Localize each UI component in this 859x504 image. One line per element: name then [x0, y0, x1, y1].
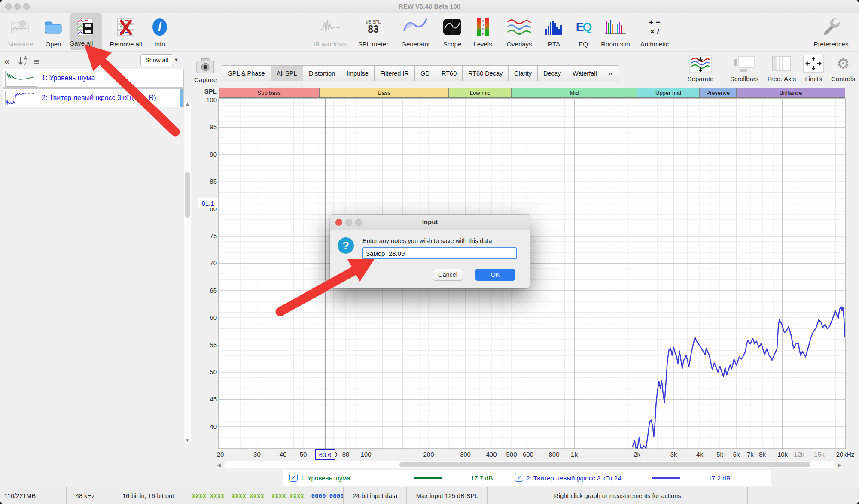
status-section-4: XXXX XXXX XXXX XXXX XXXX XXXX 0000 0000	[192, 487, 344, 504]
legend-checkbox-1[interactable]: ✓	[289, 474, 298, 482]
y-tick-45: 45	[198, 395, 217, 403]
spl-cursor-readout: 81.1	[198, 198, 218, 208]
y-tick-95: 95	[198, 123, 217, 131]
scroll-left-icon[interactable]: ◀	[217, 462, 221, 468]
y-tick-65: 65	[198, 287, 217, 294]
x-tick-100: 100	[360, 451, 371, 458]
x-tick-6k: 6k	[733, 451, 740, 458]
y-tick-100: 100	[198, 96, 217, 103]
legend-bar: ✓ 1: Уровень шума 17.7 dB ✓ 2: Твитер ле…	[283, 470, 771, 486]
tab-distortion[interactable]: Distortion	[303, 65, 341, 81]
status-bar: 110/221MB48 kHz16-bit in, 16-bit outXXXX…	[0, 487, 859, 504]
tab-waterfall[interactable]: Waterfall	[567, 65, 603, 81]
band-mid: Mid	[512, 88, 637, 98]
x-tick-12k: 12k	[794, 451, 804, 458]
dialog-title: Input	[330, 218, 530, 225]
x-tick-400: 400	[486, 451, 497, 458]
legend-line-sample-2	[652, 477, 680, 479]
legend-label-2: 2: Твитер левый (кросс 3 кГц 24	[526, 470, 621, 486]
x-tick-800: 800	[548, 451, 559, 458]
tab--[interactable]: »	[603, 65, 618, 81]
tab-all-spl[interactable]: All SPL	[271, 65, 303, 81]
y-tick-40: 40	[198, 423, 217, 430]
y-tick-50: 50	[198, 368, 217, 376]
band-bass: Bass	[320, 88, 449, 98]
scroll-right-icon[interactable]: ▶	[838, 462, 841, 468]
status-section-1: 110/221MB	[0, 487, 67, 504]
x-tick-3k: 3k	[670, 451, 677, 458]
y-tick-75: 75	[198, 232, 217, 240]
tab-filtered-ir[interactable]: Filtered IR	[374, 65, 415, 81]
tab-impulse[interactable]: Impulse	[341, 65, 375, 81]
status-section-5: 24-bit input data	[344, 487, 407, 504]
legend-value-2: 17.2 dB	[708, 470, 731, 486]
x-tick-80: 80	[342, 451, 350, 458]
cancel-label: Cancel	[438, 271, 457, 278]
legend-value-1: 17.7 dB	[471, 470, 493, 486]
x-tick-8k: 8k	[759, 451, 766, 458]
legend-checkbox-2[interactable]: ✓	[515, 474, 523, 482]
x-tick-200: 200	[423, 451, 434, 458]
x-tick-300: 300	[460, 451, 471, 458]
y-tick-55: 55	[198, 341, 217, 349]
y-tick-60: 60	[198, 314, 217, 321]
x-tick-20kHz: 20kHz	[836, 451, 855, 458]
x-tick-500: 500	[506, 451, 517, 458]
tab-decay[interactable]: Decay	[537, 65, 567, 81]
x-tick-2k: 2k	[634, 451, 640, 458]
legend-line-sample-1	[414, 477, 442, 479]
cancel-button[interactable]: Cancel	[433, 269, 463, 281]
band-sub-bass: Sub bass	[219, 88, 320, 98]
x-tick-10k: 10k	[777, 451, 788, 458]
y-tick-70: 70	[198, 259, 217, 267]
dialog-title-bar: Input	[330, 215, 530, 230]
tab-spl-phase[interactable]: SPL & Phase	[222, 65, 271, 81]
x-tick-50: 50	[300, 451, 307, 458]
x-tick-4k: 4k	[696, 451, 703, 458]
x-tick-40: 40	[280, 451, 287, 458]
x-tick-5k: 5k	[716, 451, 723, 458]
status-section-6: Max input 125 dB SPL	[407, 487, 488, 504]
tab-rt60-decay[interactable]: RT60 Decay	[462, 65, 509, 81]
ok-button[interactable]: OK	[475, 269, 515, 281]
rew-main-window: REW V5.40 Beta 100 Measure Open	[0, 0, 859, 504]
tab-clarity[interactable]: Clarity	[508, 65, 538, 81]
notes-input[interactable]	[362, 247, 517, 259]
x-tick-7k: 7k	[747, 451, 754, 458]
y-tick-90: 90	[198, 151, 217, 158]
band-presence: Presence	[700, 88, 736, 98]
band-low-mid: Low mid	[449, 88, 512, 98]
tab-rt60[interactable]: RT60	[436, 65, 463, 81]
x-tick-15k: 15k	[814, 451, 824, 458]
status-signal-bits: 0000 0000	[304, 492, 344, 499]
x-tick-1k: 1k	[571, 451, 578, 458]
tab-gd[interactable]: GD	[414, 65, 436, 81]
legend-label-1: 1: Уровень шума	[300, 470, 350, 486]
status-section-3: 16-bit in, 16-bit out	[104, 487, 192, 504]
question-icon: ?	[337, 237, 354, 254]
graph-scroll-thumb[interactable]	[399, 462, 810, 467]
svg-text:?: ?	[342, 239, 349, 252]
status-section-7: Right click graph or measurements for ac…	[488, 487, 748, 504]
status-section-8	[748, 487, 859, 504]
band-upper-mid: Upper mid	[637, 88, 700, 98]
dialog-message: Enter any notes you wish to save with th…	[362, 237, 527, 244]
input-dialog: Input ? Enter any notes you wish to save…	[330, 215, 530, 288]
status-section-2: 48 kHz	[67, 487, 104, 504]
status-signal-bits: XXXX XXXX XXXX XXXX XXXX XXXX	[192, 492, 304, 499]
x-tick-20: 20	[217, 451, 224, 458]
x-tick-600: 600	[523, 451, 533, 458]
band-brilliance: Brilliance	[736, 88, 845, 98]
ok-label: OK	[491, 271, 500, 278]
y-tick-85: 85	[198, 178, 217, 185]
graph-h-scrollbar[interactable]	[224, 461, 835, 468]
freq-cursor-readout: 63.6	[315, 449, 335, 460]
x-tick-30: 30	[253, 451, 261, 458]
